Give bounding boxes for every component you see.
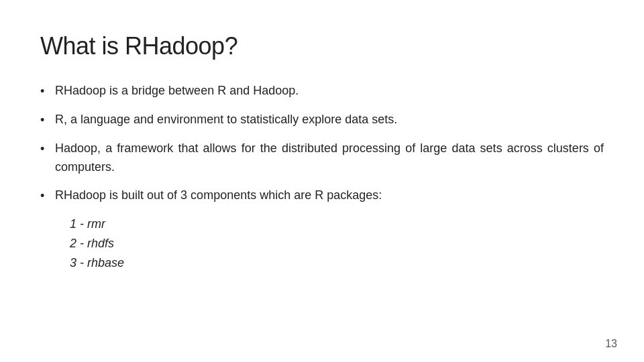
bullet-text-1: RHadoop is a bridge between R and Hadoop… [55,82,299,101]
bullet-item-1: • RHadoop is a bridge between R and Hado… [40,82,604,101]
bullet-text-3: Hadoop, a framework that allows for the … [55,139,604,177]
sub-items-list: 1 - rmr 2 - rhdfs 3 - rhbase [70,215,604,272]
bullet-item-4: • RHadoop is built out of 3 components w… [40,186,604,206]
sub-item-2: 2 - rhdfs [70,234,604,253]
bullet-dot-2: • [40,111,55,130]
page-number: 13 [605,338,617,350]
bullet-text-2: R, a language and environment to statist… [55,111,397,129]
bullet-dot-3: • [40,140,55,159]
slide: What is RHadoop? • RHadoop is a bridge b… [0,0,644,362]
bullet-dot-4: • [40,187,55,206]
bullet-item-3: • Hadoop, a framework that allows for th… [40,139,604,177]
bullet-text-4: RHadoop is built out of 3 components whi… [55,186,382,205]
sub-item-1: 1 - rmr [70,215,604,234]
bullet-item-2: • R, a language and environment to stati… [40,111,604,130]
slide-title: What is RHadoop? [40,32,604,60]
bullet-dot-1: • [40,82,55,101]
sub-item-3: 3 - rhbase [70,253,604,273]
slide-content: • RHadoop is a bridge between R and Hado… [40,82,604,273]
